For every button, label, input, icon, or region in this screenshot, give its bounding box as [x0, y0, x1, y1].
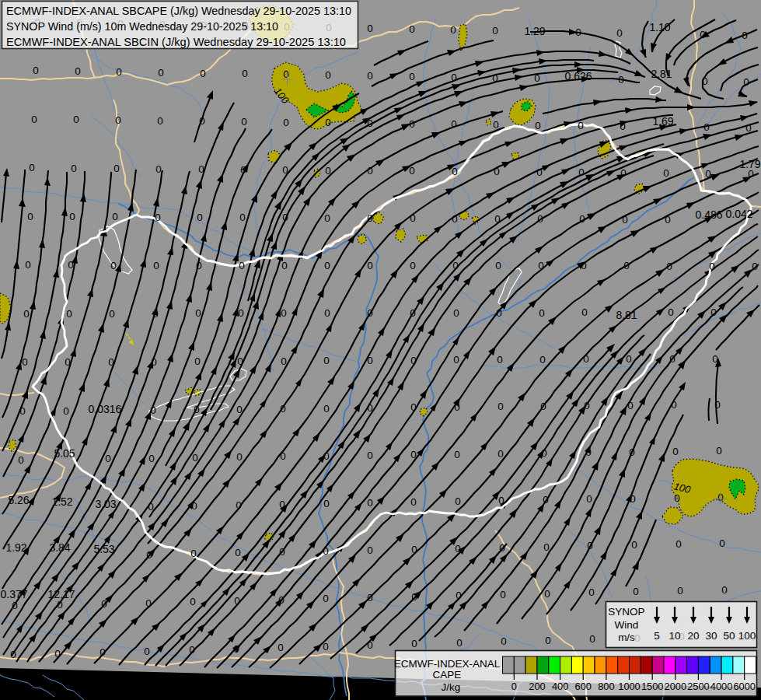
svg-text:0: 0: [710, 306, 717, 318]
svg-text:0: 0: [278, 594, 285, 606]
svg-text:0: 0: [620, 167, 627, 179]
svg-text:0: 0: [581, 306, 588, 318]
svg-text:0: 0: [113, 163, 120, 174]
svg-text:5.05: 5.05: [54, 447, 75, 460]
svg-text:0: 0: [25, 259, 31, 271]
svg-text:0: 0: [581, 260, 587, 271]
svg-text:0: 0: [492, 25, 498, 37]
svg-text:0: 0: [155, 212, 161, 223]
svg-text:0: 0: [721, 584, 728, 596]
svg-text:0: 0: [237, 355, 243, 367]
svg-text:1000: 1000: [618, 681, 640, 692]
svg-text:0: 0: [239, 212, 246, 223]
svg-text:0: 0: [145, 597, 152, 609]
svg-text:0: 0: [702, 75, 708, 87]
svg-text:0: 0: [282, 164, 288, 176]
svg-text:0: 0: [534, 72, 540, 84]
svg-text:0: 0: [367, 212, 373, 224]
svg-text:0: 0: [325, 117, 331, 128]
svg-text:0: 0: [709, 261, 715, 272]
svg-text:5.26: 5.26: [8, 494, 29, 506]
svg-text:0: 0: [633, 586, 639, 597]
svg-text:0: 0: [585, 446, 592, 458]
svg-text:0: 0: [410, 307, 416, 319]
svg-text:0.626: 0.626: [564, 70, 592, 82]
svg-text:0: 0: [198, 163, 204, 175]
svg-text:0: 0: [283, 68, 289, 80]
svg-text:0: 0: [323, 498, 330, 509]
svg-text:0: 0: [456, 590, 462, 601]
svg-text:0: 0: [586, 493, 592, 505]
svg-text:0: 0: [674, 492, 680, 504]
svg-text:1.79: 1.79: [739, 158, 760, 170]
svg-text:0: 0: [323, 355, 330, 366]
svg-text:0: 0: [410, 449, 417, 460]
svg-text:0: 0: [197, 212, 203, 223]
svg-text:0: 0: [719, 537, 725, 549]
svg-text:0: 0: [323, 545, 329, 557]
svg-text:0: 0: [452, 166, 458, 177]
svg-text:0: 0: [29, 162, 35, 173]
svg-text:0: 0: [453, 307, 459, 319]
svg-text:0.486: 0.486: [695, 208, 722, 221]
svg-text:0: 0: [499, 542, 505, 554]
svg-text:0: 0: [323, 403, 330, 415]
svg-text:0: 0: [742, 30, 748, 41]
svg-text:0: 0: [575, 26, 581, 38]
svg-text:0: 0: [238, 307, 244, 319]
svg-text:0: 0: [367, 307, 373, 319]
svg-text:0: 0: [200, 68, 206, 79]
svg-text:0: 0: [191, 500, 197, 512]
svg-text:1.92: 1.92: [5, 541, 26, 554]
svg-text:0: 0: [454, 401, 460, 413]
svg-text:0: 0: [668, 306, 674, 318]
svg-text:0: 0: [496, 307, 502, 319]
svg-text:30: 30: [705, 630, 717, 642]
svg-text:5.53: 5.53: [93, 543, 114, 555]
svg-text:0: 0: [158, 67, 164, 79]
svg-text:0: 0: [452, 260, 459, 271]
svg-text:0: 0: [190, 596, 196, 607]
svg-text:0: 0: [492, 72, 498, 84]
svg-text:0: 0: [672, 446, 679, 457]
svg-text:0: 0: [236, 499, 242, 511]
svg-text:0: 0: [626, 353, 632, 365]
svg-text:0: 0: [148, 501, 154, 513]
svg-text:ECMWF-INDEX-ANAL SBCIN (J/kg): ECMWF-INDEX-ANAL SBCIN (J/kg) Wednesday …: [6, 35, 346, 48]
svg-text:0: 0: [752, 261, 758, 272]
svg-text:0: 0: [151, 356, 157, 368]
svg-text:0: 0: [543, 494, 549, 506]
svg-text:0: 0: [282, 212, 288, 223]
svg-text:0: 0: [69, 211, 75, 222]
svg-text:0: 0: [157, 115, 163, 127]
svg-text:0: 0: [23, 308, 30, 320]
svg-text:0: 0: [324, 307, 330, 319]
svg-text:0: 0: [68, 259, 74, 271]
svg-text:0: 0: [367, 402, 373, 414]
svg-text:0: 0: [18, 454, 24, 466]
svg-text:4000: 4000: [710, 681, 732, 692]
svg-text:0: 0: [22, 356, 28, 368]
svg-text:m/s: m/s: [618, 632, 635, 643]
svg-text:0: 0: [588, 586, 595, 598]
svg-text:0: 0: [367, 639, 373, 651]
svg-text:J/kg: J/kg: [442, 681, 461, 693]
svg-text:0: 0: [367, 592, 373, 604]
svg-text:0: 0: [324, 212, 330, 224]
svg-text:0: 0: [537, 213, 543, 225]
svg-text:0: 0: [500, 589, 506, 600]
svg-text:0: 0: [716, 445, 722, 457]
svg-text:0: 0: [743, 76, 749, 88]
svg-text:0: 0: [73, 114, 79, 125]
svg-text:0: 0: [112, 211, 118, 222]
svg-text:0: 0: [281, 260, 288, 271]
svg-text:0: 0: [536, 166, 543, 178]
svg-text:0: 0: [497, 354, 503, 366]
svg-text:0: 0: [456, 637, 463, 649]
svg-text:0: 0: [540, 401, 546, 412]
svg-text:CAPE: CAPE: [433, 669, 462, 681]
svg-text:0: 0: [323, 450, 330, 462]
svg-text:0: 0: [579, 213, 585, 225]
svg-text:0: 0: [589, 633, 595, 645]
svg-text:ECMWF-INDEX-ANAL SBCAPE (J/kg): ECMWF-INDEX-ANAL SBCAPE (J/kg) Wednesday…: [6, 4, 351, 17]
